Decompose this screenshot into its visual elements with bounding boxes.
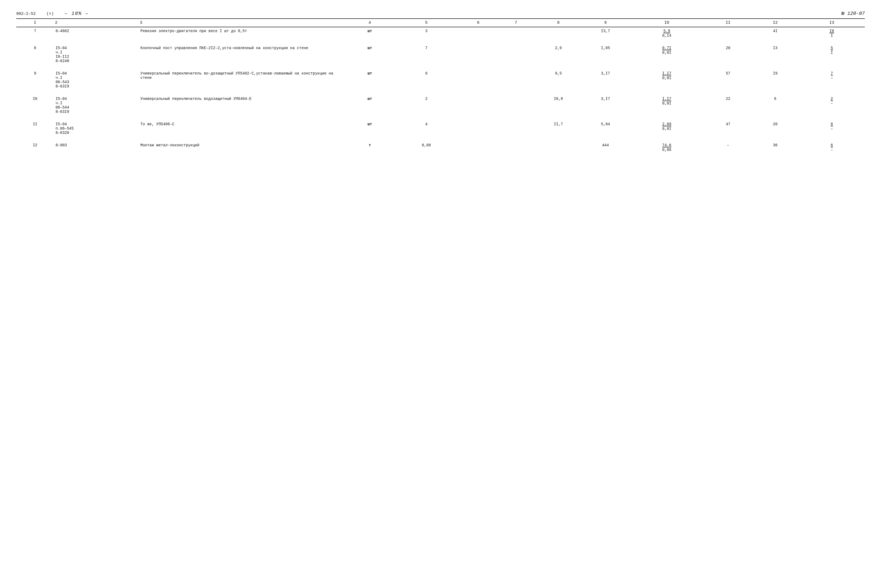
col-header-2: 2 [54,19,139,27]
row-col9: 3,I7 [601,97,610,101]
row-unit: шт [368,97,372,101]
row-description: Кнопочный пост управления ПКЕ–2I2–2,уста… [140,46,308,50]
col-header-13: I3 [798,19,865,27]
row-unit: т [369,143,371,147]
spacer-row [16,136,865,141]
header-left: 902–I–52 [16,12,36,16]
row-col10: 0,7I0,0I [662,46,671,55]
row-col8: 2,9 [555,46,561,50]
row-col13: 8– [831,122,833,131]
row-col13: 7– [831,71,833,80]
row-code: I5–04ч.I06–5448–63I9 [56,97,69,114]
row-col10: I,I70,0I [662,97,671,105]
table-row: I28–903Монтаж метал-локонструкцийт0,0844… [16,141,865,154]
row-qty: 2 [425,97,428,101]
row-unit: шт [368,46,372,50]
col-header-3: 3 [139,19,346,27]
row-code: 8–4862 [56,29,69,33]
row-col10: 74,60,86 [662,143,671,152]
row-col13: I8I [830,29,834,38]
row-col12: 4I [773,29,777,33]
row-code: I5–04п.06–5458–6320 [56,122,74,135]
row-qty: 3 [425,29,428,33]
row-description: Ревизия электро-двигателя при весе I шт … [140,29,247,33]
header: 902–I–52 (×) – 10% – № 120-07 [16,11,865,16]
row-code: I5–04ч.II8–II28–6240 [56,46,69,63]
row-col9: 5,04 [601,122,610,126]
row-col10: 2,090,0I [662,122,671,131]
col-header-5: 5 [393,19,459,27]
spacer-row [16,154,865,159]
row-num: 8 [34,46,36,50]
row-unit: шт [368,122,372,126]
table-row: III5–04п.06–5458–6320То же, УП5406–Сшт4I… [16,120,865,136]
row-unit: шт [368,29,372,33]
row-col13: 6– [831,143,833,152]
header-right: № 120-07 [842,11,865,16]
row-qty: 0,08 [422,143,431,147]
row-col8: II,7 [554,122,563,126]
row-description: Универсальный переключатель во-дозащитны… [140,71,333,80]
col-header-9: 9 [582,19,629,27]
col-header-8: 8 [535,19,582,27]
col-header-7: 7 [497,19,535,27]
row-num: 7 [34,29,36,33]
row-unit: шт [368,71,372,76]
row-qty: 4 [425,122,428,126]
col-header-12: I2 [752,19,799,27]
row-code: I5–04ч.I06–5438–63I9 [56,71,69,88]
row-num: II [33,122,37,126]
col-header-11: II [704,19,752,27]
row-col9: 444 [602,143,609,147]
row-qty: 6 [425,71,428,76]
row-col12: 36 [773,143,777,147]
spacer-row [16,116,865,120]
row-col13: 5I [831,46,833,55]
row-qty: 7 [425,46,428,50]
row-col9: I,85 [601,46,610,50]
row-col10: 5,90,I4 [662,29,671,38]
main-table: I 2 3 4 5 6 7 8 9 IO II I2 I3 78–4862Рев… [16,18,865,159]
row-col10: I,I70,0I [662,71,671,80]
row-col11: 57 [726,71,730,76]
row-col11: 47 [726,122,730,126]
table-row: 78–4862Ревизия электро-двигателя при вес… [16,27,865,39]
row-description: Универсальный переключатель водозащитный… [140,97,252,101]
row-col13: 2– [831,97,833,105]
row-num: 9 [34,71,36,76]
spacer-row [16,90,865,95]
header-paren: (×) [47,12,54,16]
row-col12: 20 [773,122,777,126]
row-description: Монтаж метал-локонструкций [140,143,199,147]
spacer-row [16,39,865,44]
table-row: I0I5–04ч.I06–5448–63I9Универсальный пере… [16,95,865,116]
column-headers: I 2 3 4 5 6 7 8 9 IO II I2 I3 [16,19,865,27]
row-code: 8–903 [56,143,67,147]
row-col11: – [727,143,729,147]
spacer-row [16,65,865,70]
row-col9: I3,7 [601,29,610,33]
col-header-6: 6 [459,19,497,27]
row-col9: 3,I7 [601,71,610,76]
col-header-10: IO [629,19,704,27]
row-col11: 22 [726,97,730,101]
row-description: То же, УП5406–С [140,122,174,126]
row-col12: 6 [774,97,776,101]
row-num: I0 [33,97,37,101]
col-header-1: I [16,19,54,27]
row-col8: 9,5 [555,71,561,76]
row-col12: I3 [773,46,777,50]
table-row: 9I5–04ч.I06–5438–63I9Универсальный перек… [16,70,865,90]
col-header-4: 4 [346,19,393,27]
row-num: I2 [33,143,37,147]
row-col11: 20 [726,46,730,50]
table-row: 8I5–04ч.II8–II28–6240Кнопочный пост упра… [16,44,865,65]
row-col8: I0,8 [554,97,563,101]
header-center: – 10% – [65,11,89,16]
row-col12: I9 [773,71,777,76]
